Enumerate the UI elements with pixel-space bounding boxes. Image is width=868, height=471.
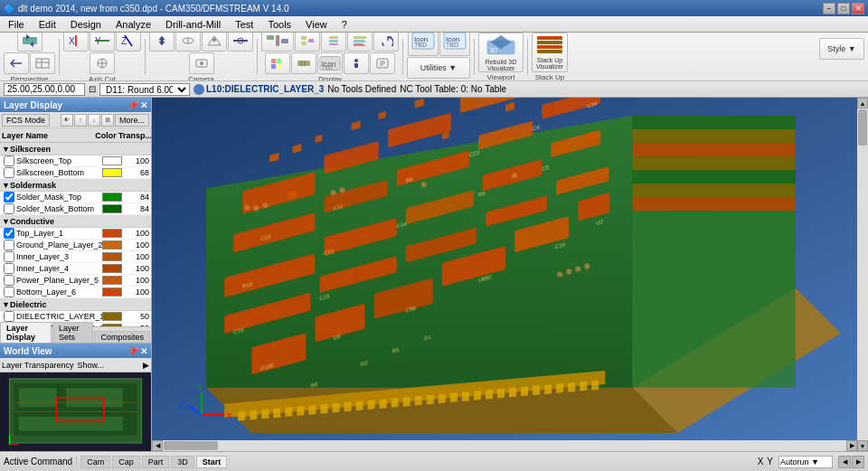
color-top-layer[interactable] bbox=[102, 229, 122, 238]
color-ground[interactable] bbox=[102, 240, 122, 250]
scroll-right-button[interactable]: ▶ bbox=[846, 440, 857, 451]
layer-eye-button[interactable]: 👁 bbox=[61, 114, 73, 127]
level-button[interactable] bbox=[228, 33, 253, 52]
scroll-thumb-v[interactable] bbox=[858, 109, 867, 146]
tab-composites[interactable]: Composites bbox=[94, 331, 150, 343]
layer-checkbox-bottom[interactable] bbox=[4, 287, 14, 297]
layer-checkbox-silkscreen-top[interactable] bbox=[4, 155, 14, 166]
color-silkscreen-bottom[interactable] bbox=[102, 168, 122, 177]
flip-board-button[interactable] bbox=[17, 33, 42, 52]
utilities-button[interactable]: Utilities ▼ bbox=[407, 57, 470, 79]
layer-checkbox-silkscreen-bottom[interactable] bbox=[4, 167, 14, 178]
layer-ground-plane[interactable]: Ground_Plane_Layer_2 100 bbox=[0, 240, 151, 251]
yplane-button[interactable]: Y bbox=[90, 33, 115, 52]
close-panel-icon[interactable]: ✕ bbox=[140, 100, 147, 110]
show-btn[interactable]: Show... bbox=[78, 361, 105, 370]
scroll-up-button[interactable]: ▲ bbox=[857, 98, 868, 108]
layer-power-plane[interactable]: Power_Plane_Layer_5 100 bbox=[0, 275, 151, 287]
previous-view-button[interactable] bbox=[4, 52, 29, 74]
parts-icon1[interactable]: IconTBD bbox=[408, 33, 439, 56]
menubar-item-design[interactable]: Design bbox=[64, 17, 108, 32]
layer-bottom-layer[interactable]: Bottom_Layer_6 100 bbox=[0, 287, 151, 298]
close-button[interactable]: ✕ bbox=[852, 3, 864, 14]
layer-top-layer-1[interactable]: Top_Layer_1 100 bbox=[0, 228, 151, 240]
menubar-item-edit[interactable]: Edit bbox=[33, 17, 62, 32]
coordinates-input[interactable] bbox=[4, 83, 85, 96]
nav-back[interactable]: ◀ bbox=[838, 456, 851, 468]
status-tab-cap[interactable]: Cap bbox=[112, 456, 140, 468]
pin-icon[interactable]: 📌 bbox=[127, 100, 138, 110]
color-silkscreen-top[interactable] bbox=[102, 156, 122, 165]
tab-layer-display[interactable]: Layer Display bbox=[0, 322, 52, 343]
scroll-thumb-h[interactable] bbox=[164, 441, 218, 450]
section-silkscreen[interactable]: ▼ Silkscreen bbox=[0, 143, 151, 155]
rebuild-3d-visualizer-button[interactable]: 3D Rebuild 3D Visualizer bbox=[478, 33, 524, 72]
layer-silkscreen-bottom[interactable]: Silkscreen_Bottom 68 bbox=[0, 167, 151, 179]
color-solder-mask-bottom[interactable] bbox=[102, 204, 122, 213]
fcs-mode-button[interactable]: FCS Mode bbox=[2, 114, 50, 127]
more-button[interactable]: More... bbox=[115, 114, 149, 127]
vertical-scrollbar[interactable]: ▲ ▼ bbox=[857, 98, 868, 451]
zplane-button[interactable]: Z bbox=[116, 33, 141, 52]
pitch-button[interactable] bbox=[175, 33, 201, 52]
layer-inner-3[interactable]: Inner_Layer_3 100 bbox=[0, 251, 151, 263]
screen-export-button[interactable] bbox=[370, 52, 395, 74]
section-dielectric[interactable]: ▼ Dielectric bbox=[0, 298, 151, 311]
camera-view2[interactable] bbox=[189, 52, 214, 74]
fieldofview-button[interactable] bbox=[202, 33, 227, 52]
color-diel1[interactable] bbox=[102, 312, 122, 321]
status-tab-3d[interactable]: 3D bbox=[171, 456, 194, 468]
minimize-button[interactable]: − bbox=[823, 3, 835, 14]
squeeze-button[interactable] bbox=[321, 33, 346, 52]
layer-settings-button[interactable]: ⚙ bbox=[101, 114, 114, 127]
color-power[interactable] bbox=[102, 276, 122, 285]
xplane-button[interactable]: X bbox=[63, 33, 89, 52]
viewport[interactable]: C10 C11 R6 C23 C9 U34 R16 C22 C14 R5 C5 … bbox=[152, 98, 868, 451]
layer-solder-mask-top[interactable]: Solder_Mask_Top 84 bbox=[0, 192, 151, 203]
status-tab-start[interactable]: Start bbox=[196, 456, 228, 468]
tab-layer-sets[interactable]: Layer Sets bbox=[52, 322, 94, 343]
color-inner3[interactable] bbox=[102, 252, 122, 261]
stack-up-visualizer-button[interactable]: Stack Up Visualizer bbox=[532, 33, 568, 72]
info-show-button[interactable] bbox=[344, 52, 369, 74]
configure-button[interactable] bbox=[261, 33, 294, 52]
world-scroll-btn[interactable]: ▶ bbox=[143, 361, 149, 370]
menubar-item-tools[interactable]: Tools bbox=[261, 17, 297, 32]
menubar-item-analyze[interactable]: Analyze bbox=[109, 17, 157, 32]
layer-checkbox-solder-mask-bottom[interactable] bbox=[4, 203, 14, 214]
layer-checkbox-diel1[interactable] bbox=[4, 311, 14, 322]
color-bottom[interactable] bbox=[102, 287, 122, 297]
menubar-item-view[interactable]: View bbox=[299, 17, 334, 32]
view-axis-button[interactable] bbox=[90, 52, 115, 74]
layer-checkbox-inner3[interactable] bbox=[4, 251, 14, 262]
saved-colors-button[interactable] bbox=[265, 52, 290, 74]
menubar-item-?[interactable]: ? bbox=[335, 17, 354, 32]
section-conductive[interactable]: ▼ Conductive bbox=[0, 215, 151, 228]
color-inner4[interactable] bbox=[102, 264, 122, 273]
layer-checkbox-ground[interactable] bbox=[4, 240, 14, 250]
menubar-item-test[interactable]: Test bbox=[229, 17, 259, 32]
layer-trans-btn[interactable]: Layer Transparency bbox=[2, 361, 74, 370]
peel-button[interactable] bbox=[347, 33, 373, 52]
menubar-item-file[interactable]: File bbox=[2, 17, 31, 32]
icon-tbd-button[interactable]: IconTBD bbox=[317, 52, 343, 74]
move-button[interactable] bbox=[149, 33, 175, 52]
layer-checkbox-top-layer[interactable] bbox=[4, 228, 14, 239]
color-solder-mask-top[interactable] bbox=[102, 193, 122, 202]
status-tab-part[interactable]: Part bbox=[142, 456, 170, 468]
menubar-item-drill-and-mill[interactable]: Drill-and-Mill bbox=[159, 17, 227, 32]
horizontal-scrollbar[interactable]: ◀ ▶ bbox=[152, 440, 857, 451]
layer-checkbox-inner4[interactable] bbox=[4, 263, 14, 274]
layer-checkbox-solder-mask-top[interactable] bbox=[4, 192, 14, 203]
style-dropdown[interactable]: Style ▼ bbox=[819, 38, 864, 60]
layer-inner-4[interactable]: Inner_Layer_4 100 bbox=[0, 263, 151, 275]
layer-move-up-button[interactable]: ↑ bbox=[74, 114, 87, 127]
nav-forward[interactable]: ▶ bbox=[852, 456, 864, 468]
layer-silkscreen-top[interactable]: Silkscreen_Top 100 bbox=[0, 155, 151, 167]
scroll-left-button[interactable]: ◀ bbox=[152, 440, 163, 451]
scroll-down-button[interactable]: ▼ bbox=[857, 440, 868, 451]
layer-checkbox-power[interactable] bbox=[4, 275, 14, 286]
drill-select[interactable]: D11: Round 6.000 bbox=[99, 83, 190, 96]
view-button[interactable] bbox=[30, 52, 55, 74]
world-close-icon[interactable]: ✕ bbox=[140, 346, 147, 356]
